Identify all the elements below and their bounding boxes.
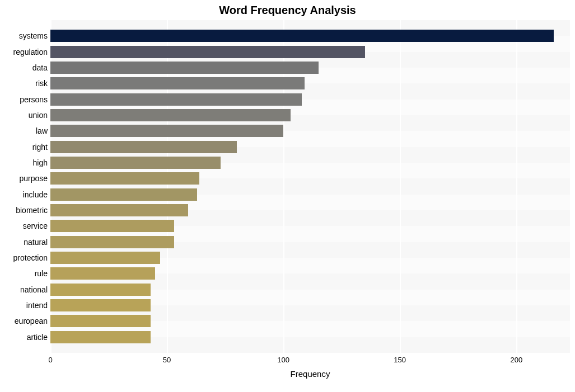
- chart-container: Word Frequency Analysis systemsregulatio…: [0, 0, 575, 392]
- y-tick-label: biometric: [2, 206, 48, 214]
- bar: [50, 93, 302, 106]
- x-tick-label: 150: [394, 356, 406, 364]
- bar: [50, 62, 319, 74]
- y-tick-label: regulation: [2, 48, 48, 56]
- bar: [50, 125, 283, 137]
- bar: [50, 188, 197, 201]
- y-tick-label: protection: [2, 254, 48, 262]
- x-tick-label: 100: [277, 356, 289, 364]
- x-tick-label: 200: [510, 356, 522, 364]
- y-tick-label: purpose: [2, 174, 48, 182]
- y-tick-label: include: [2, 191, 48, 199]
- bar: [50, 252, 160, 264]
- bar: [50, 157, 221, 169]
- y-tick-label: european: [2, 317, 48, 325]
- y-tick-label: service: [2, 222, 48, 230]
- y-tick-label: right: [2, 143, 48, 151]
- x-axis-label: Frequency: [50, 369, 570, 379]
- plot-area: [50, 20, 570, 353]
- y-tick-label: high: [2, 159, 48, 167]
- bar: [50, 315, 151, 327]
- bar: [50, 77, 305, 89]
- bar: [50, 267, 155, 280]
- y-tick-label: rule: [2, 270, 48, 277]
- y-tick-label: article: [2, 333, 48, 341]
- bar: [50, 220, 174, 232]
- bar: [50, 30, 554, 42]
- y-tick-label: national: [2, 286, 48, 294]
- y-tick-label: union: [2, 111, 48, 119]
- chart-title: Word Frequency Analysis: [0, 4, 575, 17]
- bar: [50, 172, 199, 185]
- bar: [50, 299, 151, 311]
- y-tick-label: natural: [2, 238, 48, 246]
- y-tick-label: risk: [2, 79, 48, 87]
- y-tick-label: data: [2, 64, 48, 72]
- y-tick-label: persons: [2, 96, 48, 103]
- bar: [50, 236, 174, 248]
- y-tick-label: systems: [2, 32, 48, 40]
- y-tick-label: intend: [2, 301, 48, 309]
- x-tick-label: 0: [48, 356, 52, 364]
- bar: [50, 46, 365, 58]
- bar: [50, 141, 237, 153]
- y-tick-label: law: [2, 127, 48, 135]
- x-tick-label: 50: [163, 356, 171, 364]
- bar: [50, 204, 188, 216]
- bar: [50, 331, 151, 343]
- bar: [50, 109, 291, 121]
- bar: [50, 284, 151, 296]
